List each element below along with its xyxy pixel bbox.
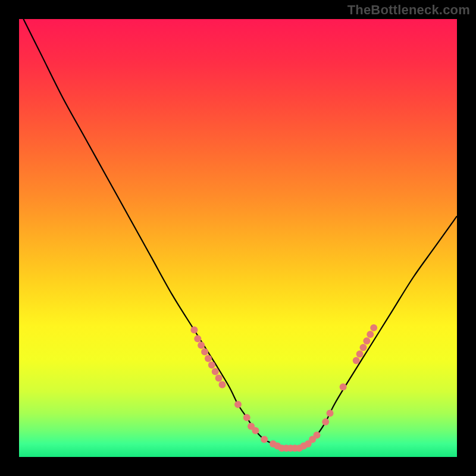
curve-marker xyxy=(370,324,377,331)
curve-marker xyxy=(327,409,334,416)
curve-marker xyxy=(201,348,208,355)
curve-marker xyxy=(208,361,215,368)
curve-marker xyxy=(243,414,250,421)
curve-marker xyxy=(367,331,374,338)
curve-marker xyxy=(363,337,370,345)
curve-marker xyxy=(198,342,205,349)
plot-area xyxy=(19,19,457,457)
bottleneck-curve xyxy=(23,19,457,449)
curve-marker xyxy=(205,355,212,362)
curve-marker xyxy=(215,375,223,382)
watermark-text: TheBottleneck.com xyxy=(347,2,470,18)
curve-marker xyxy=(252,427,259,434)
curve-marker xyxy=(212,368,219,375)
curve-marker xyxy=(219,381,226,389)
curve-markers xyxy=(190,324,377,452)
curve-marker xyxy=(322,418,329,425)
curve-marker xyxy=(340,383,347,390)
chart-frame: TheBottleneck.com xyxy=(0,0,476,476)
curve-marker xyxy=(360,344,367,351)
curve-marker xyxy=(194,335,201,342)
curve-marker xyxy=(261,436,268,443)
curve-marker xyxy=(234,401,242,408)
curve-marker xyxy=(313,431,320,439)
curve-marker xyxy=(190,327,198,334)
curve-marker xyxy=(353,357,360,364)
curve-layer xyxy=(19,19,457,457)
curve-marker xyxy=(356,350,364,358)
